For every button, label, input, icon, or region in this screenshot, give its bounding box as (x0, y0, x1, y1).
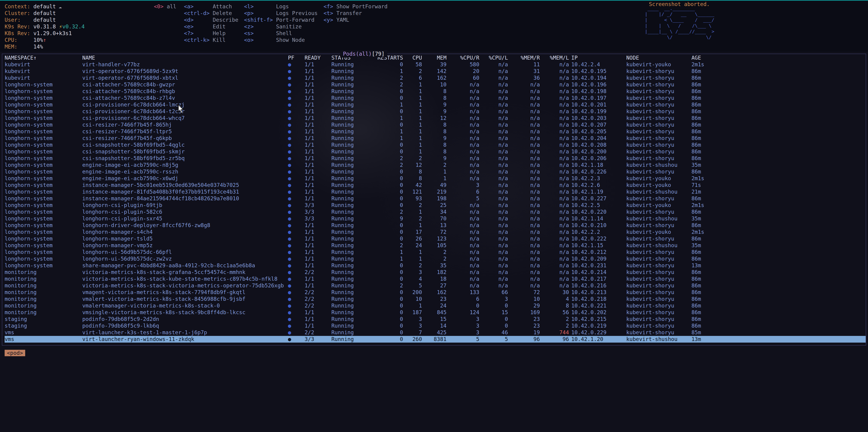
pod-row[interactable]: longhorn-systemcsi-snapshotter-58bf69fbd… (5, 142, 866, 148)
cell-memr: n/a (508, 189, 540, 195)
cell-ip: 10.42.0.231 (569, 262, 626, 269)
pod-row[interactable]: monitoringvmagent-victoria-metrics-k8s-s… (5, 289, 866, 296)
cell-age: 86m (691, 209, 866, 215)
pod-row[interactable]: kubevirtvirt-operator-6776f5689d-5zx9t●1… (5, 68, 866, 75)
cell-cpur: 3 (446, 316, 479, 323)
pod-row[interactable]: monitoringvmalertmanager-victoria-metric… (5, 302, 866, 309)
pod-row[interactable]: longhorn-systemengine-image-ei-acb7590c-… (5, 162, 866, 168)
cell-memr: n/a (508, 108, 540, 115)
pod-row[interactable]: longhorn-systemlonghorn-ui-56d9b575dc-zw… (5, 256, 866, 262)
pod-row[interactable]: longhorn-systemlonghorn-ui-56d9b575dc-66… (5, 249, 866, 256)
cell-restarts: 0 (375, 276, 403, 282)
pod-row[interactable]: longhorn-systemcsi-attacher-57689cc84b-z… (5, 95, 866, 101)
cell-restarts: 0 (375, 88, 403, 95)
cell-name: csi-provisioner-6c78dcb664-whcq7 (82, 115, 286, 122)
cell-cpu: 2 (403, 155, 422, 162)
cell-ip: 10.42.0.215 (569, 316, 626, 323)
pod-row[interactable]: longhorn-systemcsi-provisioner-6c78dcb66… (5, 115, 866, 122)
pod-row[interactable]: longhorn-systemlonghorn-driver-deployer-… (5, 222, 866, 229)
cell-cpul: 3 (479, 296, 508, 302)
cell-name: csi-resizer-7466f7b45f-865hj (82, 122, 286, 128)
cell-node: kubevirt-shoryu (626, 68, 691, 75)
pod-row[interactable]: kubevirtvirt-handler-v77bz●1/1Running058… (5, 61, 866, 68)
hotkey-label: Port-Forward (276, 17, 314, 23)
cell-pf: ● (286, 296, 305, 302)
cell-cpu: 10 (403, 296, 422, 302)
cell-pf: ● (286, 61, 305, 68)
pod-row[interactable]: longhorn-systemcsi-snapshotter-58bf69fbd… (5, 155, 866, 162)
pod-row[interactable]: longhorn-systemcsi-snapshotter-58bf69fbd… (5, 148, 866, 155)
cell-age: 21m (691, 189, 866, 195)
pod-row[interactable]: longhorn-systemcsi-provisioner-6c78dcb66… (5, 108, 866, 115)
cell-restarts: 2 (375, 162, 403, 168)
cell-meml: n/a (540, 209, 569, 215)
cell-cpul: n/a (479, 262, 508, 269)
cell-restarts: 0 (375, 61, 403, 68)
cell-meml: n/a (540, 229, 569, 235)
pod-row[interactable]: longhorn-systeminstance-manager-81fd5a40… (5, 189, 866, 195)
pod-row[interactable]: monitoringvictoria-metrics-k8s-stack-gra… (5, 269, 866, 276)
cell-restarts: 0 (375, 302, 403, 309)
cell-cpur: 5 (446, 195, 479, 202)
pod-row[interactable]: stagingpodinfo-79db68f5c9-2d2dn●1/1Runni… (5, 316, 866, 323)
cell-age: 35m (691, 215, 866, 222)
cell-restarts: 1 (375, 256, 403, 262)
pod-row[interactable]: longhorn-systemlonghorn-csi-plugin-582c6… (5, 209, 866, 215)
pod-row[interactable]: longhorn-systemlonghorn-manager-vmp5z●1/… (5, 242, 866, 249)
cell-cpu: 1 (403, 209, 422, 215)
pod-row[interactable]: longhorn-systemshare-manager-pvc-4bbd842… (5, 262, 866, 269)
pod-row[interactable]: longhorn-systemcsi-resizer-7466f7b45f-q6… (5, 135, 866, 142)
cell-memr: n/a (508, 142, 540, 148)
cell-memr: n/a (508, 195, 540, 202)
cell-restarts: 0 (375, 222, 403, 229)
cell-cpu: 3 (403, 323, 422, 329)
cell-ip: 10.42.0.227 (569, 195, 626, 202)
cell-status: Running (331, 256, 375, 262)
cell-memr: n/a (508, 215, 540, 222)
cell-status: Running (331, 209, 375, 215)
cell-mem: 8381 (422, 336, 446, 342)
column-header-ip: IP (569, 55, 626, 61)
breadcrumb-pod[interactable]: <pod> (5, 350, 25, 356)
pod-row[interactable]: longhorn-systemlonghorn-csi-plugin-69tjb… (5, 202, 866, 209)
pod-row[interactable]: longhorn-systemengine-image-ei-acb7590c-… (5, 175, 866, 182)
cell-mem: 8 (422, 142, 446, 148)
cell-ns: longhorn-system (5, 128, 82, 135)
cell-cpur: n/a (446, 262, 479, 269)
cell-pf: ● (286, 122, 305, 128)
pod-row[interactable]: vmsvirt-launcher-k3s-test-1-master-1-j6p… (5, 329, 866, 336)
pod-row[interactable]: longhorn-systemcsi-attacher-57689cc84b-r… (5, 88, 866, 95)
pod-row[interactable]: longhorn-systemlonghorn-manager-s4ch4●1/… (5, 229, 866, 235)
pod-row[interactable]: monitoringvmsingle-victoria-metrics-k8s-… (5, 309, 866, 316)
pod-row[interactable]: monitoringvmalert-victoria-metrics-k8s-s… (5, 296, 866, 302)
pod-row[interactable]: monitoringvictoria-metrics-k8s-stack-vic… (5, 282, 866, 289)
pod-row[interactable]: longhorn-systeminstance-manager-5bc01eeb… (5, 182, 866, 189)
cell-cpu: 42 (403, 182, 422, 189)
cell-meml: 8 (540, 302, 569, 309)
cell-pf: ● (286, 95, 305, 101)
cell-ip: 10.42.1.15 (569, 242, 626, 249)
pod-row[interactable]: longhorn-systemcsi-resizer-7466f7b45f-lt… (5, 128, 866, 135)
pod-row[interactable]: kubevirtvirt-operator-6776f5689d-xbtxl●1… (5, 75, 866, 81)
pod-row[interactable]: longhorn-systemcsi-provisioner-6c78dcb66… (5, 101, 866, 108)
pod-row[interactable]: longhorn-systeminstance-manager-84ae2159… (5, 195, 866, 202)
cell-meml: n/a (540, 68, 569, 75)
pod-row[interactable]: longhorn-systemcsi-attacher-57689cc84b-g… (5, 81, 866, 88)
cell-age: 86m (691, 222, 866, 229)
pod-row[interactable]: longhorn-systemengine-image-ei-acb7590c-… (5, 168, 866, 175)
cell-ip: 10.42.0.199 (569, 108, 626, 115)
cell-name: virt-launcher-k3s-test-1-master-1-j6p7p (82, 329, 286, 336)
cell-restarts: 1 (375, 128, 403, 135)
pod-row[interactable]: vmsvirt-launcher-ryan-windows-11-zkdqk●3… (5, 336, 866, 342)
pod-row[interactable]: longhorn-systemcsi-resizer-7466f7b45f-86… (5, 122, 866, 128)
pod-row[interactable]: longhorn-systemlonghorn-manager-tsld5●1/… (5, 235, 866, 242)
cell-status: Running (331, 81, 375, 88)
cell-ip: 10.42.0.207 (569, 122, 626, 128)
column-header-age: AGE (691, 55, 866, 61)
cell-restarts: 2 (375, 242, 403, 249)
pod-row[interactable]: longhorn-systemlonghorn-csi-plugin-sxr45… (5, 215, 866, 222)
pod-row[interactable]: monitoringvictoria-metrics-k8s-stack-kub… (5, 276, 866, 282)
pod-row[interactable]: stagingpodinfo-79db68f5c9-lkb6q●1/1Runni… (5, 323, 866, 329)
cell-node: kubevirt-shoryu (626, 195, 691, 202)
cell-age: 86m (691, 122, 866, 128)
